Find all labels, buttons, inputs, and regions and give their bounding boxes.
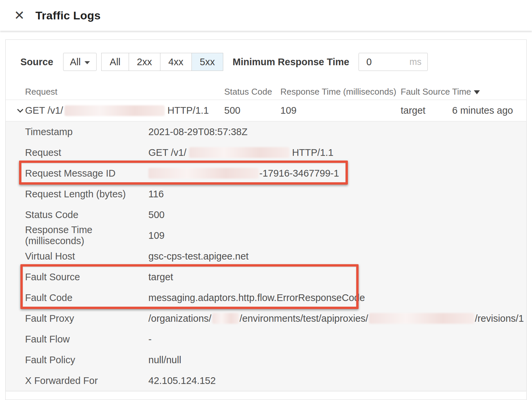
detail-row-request: Request GET /v1/ HTTP/1.1 — [6, 142, 526, 163]
chevron-down-icon — [85, 61, 90, 64]
top-header: ✕ Traffic Logs — [0, 0, 532, 31]
filter-bar: Source All All 2xx 4xx 5xx Minimum Respo… — [6, 40, 526, 84]
detail-value: 109 — [148, 230, 164, 241]
row-request-prefix: GET /v1/ — [25, 105, 63, 116]
fault-proxy-part3: /revisions/1 — [475, 313, 524, 324]
row-request: GET /v1/ HTTP/1.1 — [25, 105, 224, 116]
column-header-fault-source: Fault Source — [401, 87, 452, 97]
status-filter-group: All 2xx 4xx 5xx — [101, 53, 223, 71]
detail-row-fault-source: Fault Source target — [6, 267, 526, 287]
status-filter-all[interactable]: All — [101, 53, 129, 71]
redacted-block — [369, 313, 474, 324]
fault-proxy-part2: /environments/test/apiproxies/ — [240, 313, 368, 324]
detail-label: Status Code — [25, 209, 148, 220]
detail-label: Request Message ID — [25, 168, 148, 179]
detail-label: Response Time (milliseconds) — [25, 224, 148, 246]
redacted-block — [148, 168, 259, 179]
detail-value: null/null — [148, 355, 181, 366]
detail-label: X Forwarded For — [25, 375, 148, 386]
column-header-time[interactable]: Time — [452, 87, 526, 97]
detail-value: -17916-3467799-1 — [148, 168, 339, 179]
detail-label: Fault Code — [25, 292, 148, 303]
detail-value: /organizations/ /environments/test/apipr… — [148, 313, 524, 324]
min-response-time-input[interactable] — [359, 57, 409, 68]
fault-proxy-part1: /organizations/ — [148, 313, 212, 324]
detail-label: Fault Proxy — [25, 313, 148, 324]
row-response-time: 109 — [280, 105, 401, 116]
column-header-response-time: Response Time (milliseconds) — [280, 87, 401, 97]
detail-row-request-length: Request Length (bytes) 116 — [6, 184, 526, 204]
status-filter-4xx[interactable]: 4xx — [160, 53, 192, 71]
detail-value: 116 — [148, 189, 164, 200]
detail-value: gsc-cps-test.apigee.net — [148, 251, 249, 262]
sort-descending-icon — [474, 90, 480, 94]
column-header-request: Request — [25, 87, 224, 97]
redacted-block — [64, 105, 165, 116]
detail-value: target — [148, 272, 173, 283]
detail-value: 500 — [148, 209, 164, 220]
source-dropdown[interactable]: All — [63, 53, 97, 71]
detail-row-response-time: Response Time (milliseconds) 109 — [6, 225, 526, 246]
message-id-suffix: -17916-3467799-1 — [259, 168, 339, 179]
table-header-row: Request Status Code Response Time (milli… — [6, 84, 526, 100]
chevron-down-icon — [17, 106, 23, 112]
column-header-status-code: Status Code — [224, 87, 280, 97]
detail-label: Timestamp — [25, 126, 148, 137]
log-details-section: Timestamp 2021-08-29T08:57:38Z Request G… — [6, 121, 526, 391]
status-filter-2xx[interactable]: 2xx — [129, 53, 160, 71]
detail-row-fault-code: Fault Code messaging.adaptors.http.flow.… — [6, 287, 526, 308]
row-time: 6 minutes ago — [452, 105, 526, 116]
min-response-time-label: Minimum Response Time — [233, 57, 349, 68]
detail-row-timestamp: Timestamp 2021-08-29T08:57:38Z — [6, 121, 526, 142]
source-dropdown-value: All — [70, 57, 81, 68]
detail-value: 2021-08-29T08:57:38Z — [148, 126, 248, 137]
detail-value: messaging.adaptors.http.flow.ErrorRespon… — [148, 292, 365, 303]
status-filter-5xx[interactable]: 5xx — [192, 53, 223, 71]
detail-value: 42.105.124.152 — [148, 375, 216, 386]
detail-row-request-message-id: Request Message ID -17916-3467799-1 — [6, 163, 526, 184]
detail-row-status-code: Status Code 500 — [6, 204, 526, 225]
detail-label: Virtual Host — [25, 251, 148, 262]
row-expander[interactable] — [15, 108, 25, 113]
time-header-label: Time — [452, 87, 471, 97]
redacted-block — [212, 313, 239, 324]
detail-row-fault-proxy: Fault Proxy /organizations/ /environment… — [6, 308, 526, 329]
detail-value: - — [148, 334, 152, 345]
detail-row-fault-policy: Fault Policy null/null — [6, 349, 526, 370]
detail-label: Fault Policy — [25, 355, 148, 366]
detail-row-fault-flow: Fault Flow - — [6, 329, 526, 349]
min-response-time-box: ms — [359, 53, 428, 71]
detail-label: Request — [25, 147, 148, 158]
log-row[interactable]: GET /v1/ HTTP/1.1 500 109 target 6 minut… — [6, 100, 526, 121]
detail-label: Fault Source — [25, 272, 148, 283]
ms-unit-label: ms — [409, 57, 427, 67]
redacted-block — [189, 147, 289, 158]
row-status-code: 500 — [224, 105, 280, 116]
row-fault-source: target — [401, 105, 452, 116]
detail-label: Fault Flow — [25, 334, 148, 345]
detail-value: GET /v1/ HTTP/1.1 — [148, 147, 334, 158]
request-suffix: HTTP/1.1 — [292, 147, 334, 158]
detail-label: Request Length (bytes) — [25, 189, 148, 200]
request-prefix: GET /v1/ — [148, 147, 186, 158]
detail-row-x-forwarded-for: X Forwarded For 42.105.124.152 — [6, 370, 526, 391]
traffic-logs-panel: Source All All 2xx 4xx 5xx Minimum Respo… — [5, 39, 527, 400]
close-icon[interactable]: ✕ — [9, 5, 29, 25]
detail-row-virtual-host: Virtual Host gsc-cps-test.apigee.net — [6, 246, 526, 267]
page-title: Traffic Logs — [35, 9, 101, 22]
row-request-suffix: HTTP/1.1 — [167, 105, 209, 116]
source-label: Source — [20, 57, 53, 68]
